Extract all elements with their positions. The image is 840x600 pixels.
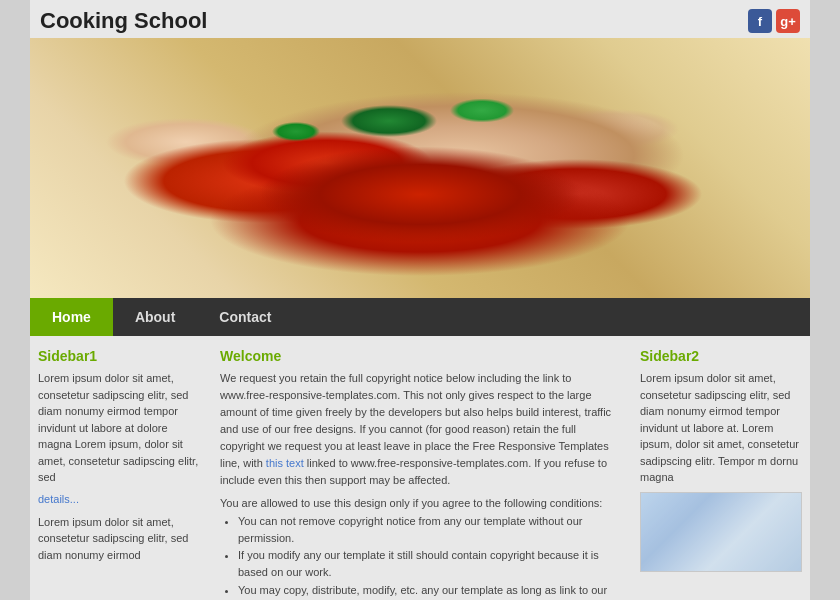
content-area: Sidebar1 Lorem ipsum dolor sit amet, con… xyxy=(30,336,810,600)
nav-item-about[interactable]: About xyxy=(113,298,197,336)
site-title: Cooking School xyxy=(40,8,207,34)
hero-image xyxy=(30,38,810,298)
page-wrapper: Cooking School f g+ Home About Contact S… xyxy=(30,0,810,600)
condition-item-3: You may copy, distribute, modify, etc. a… xyxy=(238,582,620,600)
sidebar2-image xyxy=(640,492,802,572)
sidebar2-para1: Lorem ipsum dolor sit amet, consetetur s… xyxy=(640,370,802,486)
navigation: Home About Contact xyxy=(30,298,810,336)
main-para1-text: We request you retain the full copyright… xyxy=(220,372,611,469)
header: Cooking School f g+ xyxy=(30,0,810,38)
main-content: Welcome We request you retain the full c… xyxy=(208,348,632,600)
sidebar2: Sidebar2 Lorem ipsum dolor sit amet, con… xyxy=(632,348,802,600)
sidebar1-details-link[interactable]: details... xyxy=(38,493,79,505)
nav-item-contact[interactable]: Contact xyxy=(197,298,293,336)
condition-item-2: If you modify any our template it still … xyxy=(238,547,620,581)
sidebar2-title: Sidebar2 xyxy=(640,348,802,364)
sidebar1-para2: Lorem ipsum dolor sit amet, consetetur s… xyxy=(38,514,200,564)
main-link[interactable]: this text xyxy=(266,457,304,469)
sidebar1: Sidebar1 Lorem ipsum dolor sit amet, con… xyxy=(38,348,208,600)
google-icon[interactable]: g+ xyxy=(776,9,800,33)
condition-item-1: You can not remove copyright notice from… xyxy=(238,513,620,547)
main-title: Welcome xyxy=(220,348,620,364)
nav-item-home[interactable]: Home xyxy=(30,298,113,336)
hero-food-image xyxy=(30,38,810,298)
conditions-list: You can not remove copyright notice from… xyxy=(220,513,620,600)
facebook-icon[interactable]: f xyxy=(748,9,772,33)
sidebar1-title: Sidebar1 xyxy=(38,348,200,364)
social-icons: f g+ xyxy=(748,9,800,33)
main-para1: We request you retain the full copyright… xyxy=(220,370,620,489)
sidebar1-para1: Lorem ipsum dolor sit amet, consetetur s… xyxy=(38,370,200,486)
conditions-title: You are allowed to use this design only … xyxy=(220,497,620,509)
